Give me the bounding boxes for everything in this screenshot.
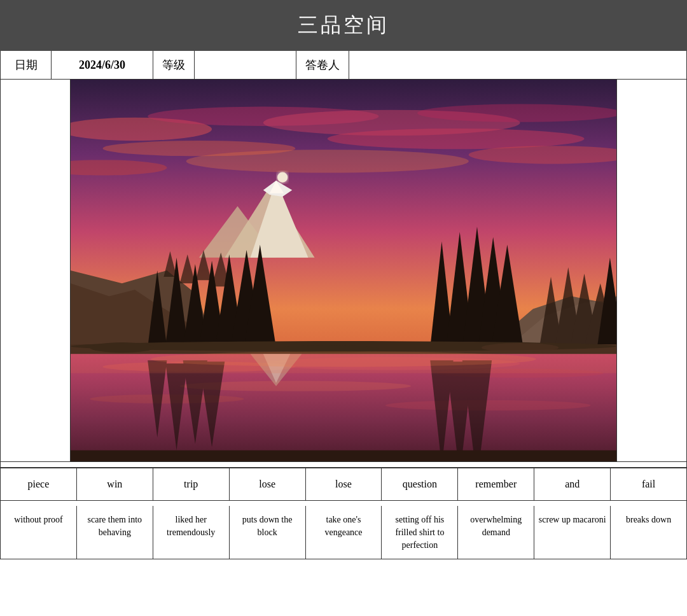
word-4: lose [335, 479, 352, 489]
meaning-2: liked her tremendously [167, 515, 215, 537]
page-header: 三品空间 [0, 0, 687, 51]
meaning-cell-4: take one's vengeance [306, 506, 382, 559]
meaning-6: overwhelming demand [470, 515, 522, 537]
word-5: question [403, 479, 437, 489]
date-value: 2024/6/30 [52, 51, 153, 79]
word-cell-7: and [534, 468, 611, 500]
svg-point-50 [385, 400, 591, 410]
meaning-cell-0: without proof [1, 506, 77, 559]
image-section [0, 80, 687, 462]
meaning-7: screw up macaroni [539, 515, 606, 524]
meaning-cell-5: setting off his frilled shirt to perfect… [382, 506, 458, 559]
word-6: remember [475, 479, 517, 489]
word-2: trip [184, 479, 198, 489]
word-0: piece [28, 479, 50, 489]
grade-label: 等级 [153, 51, 195, 79]
section-divider [0, 462, 687, 467]
word-cell-6: remember [458, 468, 534, 500]
meaning-cell-3: puts down the block [230, 506, 306, 559]
svg-point-65 [151, 351, 536, 367]
word-1: win [107, 479, 122, 489]
meaning-cell-6: overwhelming demand [458, 506, 534, 559]
respondent-label: 答卷人 [296, 51, 349, 79]
word-cell-2: trip [153, 468, 230, 500]
meaning-cell-8: breaks down [611, 506, 686, 559]
image-left-margin [1, 80, 71, 461]
meta-row: 日期 2024/6/30 等级 答卷人 [0, 51, 687, 80]
grade-value[interactable] [195, 51, 296, 79]
section-divider-2 [0, 501, 687, 506]
header-title: 三品空间 [298, 13, 389, 36]
meaning-cell-7: screw up macaroni [534, 506, 611, 559]
word-8: fail [642, 479, 655, 489]
meaning-cell-1: scare them into behaving [77, 506, 153, 559]
meaning-0: without proof [14, 515, 63, 524]
word-cell-4: lose [306, 468, 382, 500]
image-right-margin [616, 80, 686, 461]
word-7: and [565, 479, 579, 489]
meaning-4: take one's vengeance [324, 515, 362, 537]
svg-rect-63 [71, 451, 616, 461]
word-cell-1: win [77, 468, 153, 500]
meaning-8: breaks down [626, 515, 671, 524]
words-row: piece win trip lose lose question rememb… [0, 467, 687, 501]
meaning-5: setting off his frilled shirt to perfect… [395, 515, 444, 549]
image-container [71, 80, 616, 461]
word-3: lose [259, 479, 275, 489]
word-cell-5: question [382, 468, 458, 500]
svg-point-4 [417, 104, 616, 122]
svg-point-10 [277, 172, 288, 183]
landscape-image [71, 80, 616, 461]
word-cell-0: piece [1, 468, 77, 500]
date-label: 日期 [1, 51, 52, 79]
word-cell-3: lose [230, 468, 306, 500]
svg-point-62 [482, 343, 559, 352]
svg-point-49 [90, 395, 244, 403]
respondent-value[interactable] [349, 51, 451, 79]
meaning-1: scare them into behaving [88, 515, 142, 537]
meaning-3: puts down the block [242, 515, 293, 537]
svg-point-8 [186, 150, 469, 172]
svg-point-60 [90, 342, 154, 353]
meaning-cell-2: liked her tremendously [153, 506, 230, 559]
meanings-row: without proof scare them into behaving l… [0, 506, 687, 559]
word-cell-8: fail [611, 468, 686, 500]
